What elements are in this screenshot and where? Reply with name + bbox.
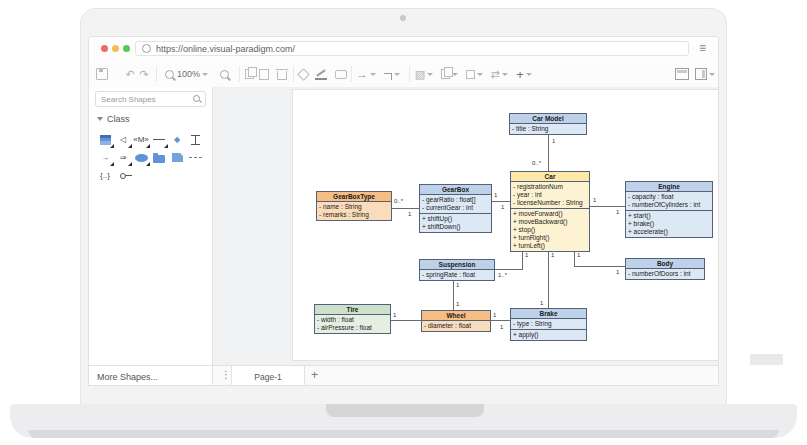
address-bar[interactable]: https://online.visual-paradigm.com/ (135, 41, 689, 56)
shape-style-icon[interactable] (333, 66, 349, 82)
format-panel-icon[interactable] (674, 66, 690, 82)
copy-icon[interactable] (241, 66, 257, 82)
close-button[interactable] (101, 45, 108, 52)
multiplicity-label: 1 (408, 211, 411, 217)
multiplicity-label: 1 (616, 269, 619, 275)
dependency-arrow-icon[interactable]: → (97, 151, 113, 164)
class-body[interactable]: Body - numberOfDoors : int (625, 258, 705, 280)
terminator-shape-icon[interactable] (187, 133, 203, 146)
paste-icon[interactable] (256, 66, 272, 82)
search-input[interactable] (95, 91, 206, 107)
class-operation: + stop() (511, 226, 589, 234)
maximize-button[interactable] (123, 45, 130, 52)
swap-icon[interactable]: ⇄ (488, 66, 510, 82)
association-line[interactable] (588, 206, 627, 207)
class-attribute: - title : String (510, 125, 586, 133)
association-line[interactable] (493, 269, 523, 270)
association-line[interactable] (522, 249, 523, 270)
class-attribute: - diameter : float (422, 322, 490, 330)
delete-icon[interactable] (274, 66, 290, 82)
class-operation: + apply() (511, 331, 586, 339)
package-shape-icon[interactable] (151, 151, 167, 164)
site-info-icon[interactable] (142, 44, 151, 53)
laptop-hinge-notch (326, 404, 484, 417)
labeled-arrow-icon[interactable]: ⇒ (115, 151, 131, 164)
shadow-icon[interactable]: ▧ (413, 66, 435, 82)
multiplicity-label: 1 (540, 300, 543, 306)
fill-color-icon[interactable] (295, 66, 311, 82)
class-attribute: - type : String (511, 320, 586, 328)
class-title: Car (511, 172, 589, 182)
multiplicity-label: 1 (577, 252, 580, 258)
class-attribute: - registrationNum (511, 183, 589, 191)
bring-forward-icon[interactable] (463, 66, 485, 82)
class-suspension[interactable]: Suspension - springRate : float (419, 259, 495, 281)
association-line[interactable] (389, 320, 423, 321)
class-engine[interactable]: Engine - capacity : float - numberOfCyli… (625, 181, 713, 238)
more-shapes-button[interactable]: More Shapes... (89, 365, 213, 386)
association-line[interactable] (489, 320, 512, 321)
zoom-out-icon[interactable] (161, 66, 177, 82)
note-shape-icon[interactable] (169, 151, 185, 164)
generalization-arrow-icon[interactable]: ◁ (115, 133, 131, 146)
dashed-line-icon[interactable] (187, 151, 203, 164)
multiplicity-label: 1..* (498, 272, 507, 278)
class-title: Brake (511, 309, 586, 319)
class-attribute: - airPressure : float (315, 324, 390, 332)
laptop-base-edge (28, 430, 779, 438)
class-tire[interactable]: Tire - width : float - airPressure : flo… (314, 304, 391, 334)
association-line[interactable] (490, 201, 512, 202)
class-wheel[interactable]: Wheel - diameter : float (421, 310, 491, 332)
braces-icon[interactable]: {..} (97, 169, 113, 182)
zoom-in-icon[interactable] (216, 66, 232, 82)
class-title: GearBox (420, 185, 491, 195)
minimize-button[interactable] (112, 45, 119, 52)
line-color-icon[interactable] (313, 66, 329, 82)
diamond-shape-icon[interactable]: ◆ (169, 133, 185, 146)
class-attribute: - numberOfDoors : int (626, 270, 704, 278)
class-car[interactable]: Car - registrationNum - year : int - lic… (510, 171, 590, 252)
ellipse-shape-icon[interactable] (133, 151, 149, 164)
association-line[interactable] (548, 133, 549, 173)
class-attribute: - capacity : float (626, 193, 712, 201)
page-options-icon[interactable]: ⋮ (221, 369, 231, 380)
section-header-class[interactable]: Class (97, 114, 130, 124)
page-bar: ⋮ Page-1 + (213, 365, 719, 386)
association-line[interactable] (453, 277, 454, 312)
multiplicity-label: 1 (500, 324, 503, 330)
shape-palette-sidebar: Class ◁ «M» ◆ → ⇒ {..} (89, 87, 213, 365)
class-attribute: - width : float (315, 316, 390, 324)
redo-icon[interactable]: ↷ (136, 66, 152, 82)
association-line[interactable] (574, 266, 627, 267)
class-attribute: - year : int (511, 191, 589, 199)
class-brake[interactable]: Brake - type : String + apply() (510, 308, 587, 341)
connector-style-icon[interactable] (381, 66, 403, 82)
arrow-style-icon[interactable]: → (355, 66, 377, 82)
pin-connector-icon[interactable] (115, 169, 131, 182)
multiplicity-label: 1 (393, 312, 396, 318)
zoom-level-dropdown[interactable]: 100% (177, 66, 208, 82)
layers-icon[interactable] (438, 66, 460, 82)
class-car-model[interactable]: Car Model - title : String (509, 113, 587, 135)
association-line[interactable] (548, 249, 549, 310)
class-title: Suspension (420, 260, 494, 270)
stereotype-icon[interactable]: «M» (133, 133, 149, 146)
class-gearboxtype[interactable]: GearBoxType - name : String - remarks : … (316, 191, 392, 221)
save-icon[interactable] (94, 66, 110, 82)
multiplicity-label: 0..* (532, 160, 541, 166)
webcam-dot (400, 15, 406, 21)
class-title: Body (626, 259, 704, 269)
outline-panel-icon[interactable] (695, 66, 715, 82)
tab-page-1[interactable]: Page-1 (231, 366, 305, 386)
association-line[interactable] (390, 208, 421, 209)
menu-icon[interactable]: ≡ (699, 41, 706, 56)
class-gearbox[interactable]: GearBox - gearRatio : float[] - currentG… (419, 184, 492, 233)
association-line-icon[interactable] (151, 133, 167, 146)
multiplicity-label: 1 (593, 197, 596, 203)
chevron-down-icon (97, 117, 103, 121)
insert-icon[interactable]: + (513, 66, 535, 82)
class-shape-icon[interactable] (97, 133, 113, 146)
add-page-button[interactable]: + (311, 368, 318, 382)
class-title: Tire (315, 305, 390, 315)
class-attribute: - licenseNumber : String (511, 199, 589, 207)
